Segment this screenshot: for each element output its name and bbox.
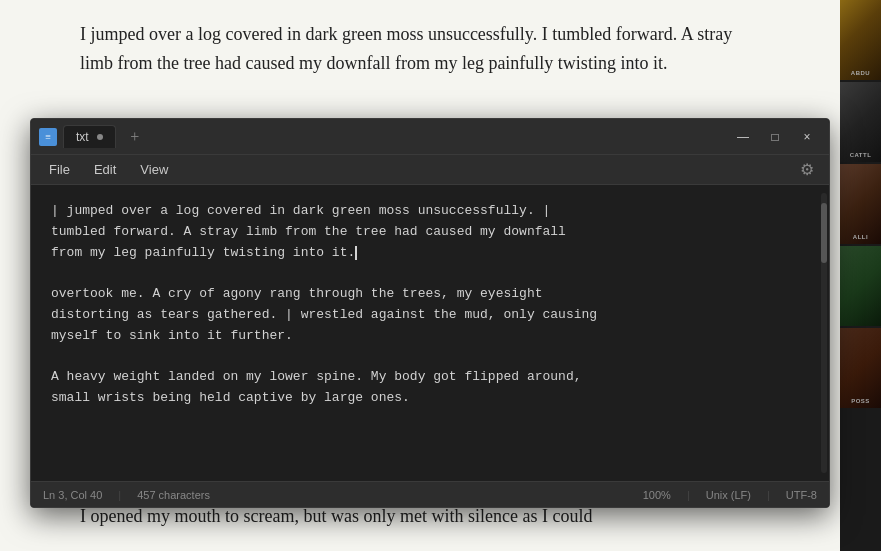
status-bar: Ln 3, Col 40 | 457 characters 100% | Uni… [31,481,829,507]
thumbnail-3-label: ALLI [842,234,879,240]
status-divider-3: | [767,489,770,501]
notepad-window: ≡ txt + — □ × File Edit View ⚙ | jumped … [30,118,830,508]
scrollbar[interactable] [821,193,827,473]
settings-button[interactable]: ⚙ [793,156,821,184]
new-tab-button[interactable]: + [124,126,146,148]
thumbnail-1[interactable]: ABDU [840,0,881,80]
thumbnail-5[interactable]: POSS [840,328,881,408]
window-controls: — □ × [729,123,821,151]
file-menu[interactable]: File [39,158,80,181]
title-bar: ≡ txt + — □ × [31,119,829,155]
tab-unsaved-dot [97,134,103,140]
status-divider-2: | [687,489,690,501]
editor-content[interactable]: | jumped over a log covered in dark gree… [51,201,809,409]
line-ending: Unix (LF) [706,489,751,501]
thumbnail-2-label: CATTL [842,152,879,158]
thumbnail-3[interactable]: ALLI [840,164,881,244]
right-sidebar: ABDU CATTL ALLI POSS [840,0,881,551]
encoding: UTF-8 [786,489,817,501]
thumbnail-1-label: ABDU [842,70,879,76]
tab-name: txt [76,130,89,144]
text-cursor [355,246,357,260]
app-icon: ≡ [39,128,57,146]
minimize-button[interactable]: — [729,123,757,151]
editor-area[interactable]: | jumped over a log covered in dark gree… [31,185,829,481]
app-icon-symbol: ≡ [45,131,51,142]
character-count: 457 characters [137,489,210,501]
close-button[interactable]: × [793,123,821,151]
zoom-level: 100% [643,489,671,501]
view-menu[interactable]: View [130,158,178,181]
cursor-position: Ln 3, Col 40 [43,489,102,501]
menu-bar: File Edit View ⚙ [31,155,829,185]
tab-txt[interactable]: txt [63,125,116,148]
scrollbar-thumb[interactable] [821,203,827,263]
thumbnail-5-label: POSS [842,398,879,404]
background-top-paragraph: I jumped over a log covered in dark gree… [80,20,760,78]
maximize-button[interactable]: □ [761,123,789,151]
thumbnail-4[interactable] [840,246,881,326]
thumbnail-2[interactable]: CATTL [840,82,881,162]
edit-menu[interactable]: Edit [84,158,126,181]
status-divider-1: | [118,489,121,501]
